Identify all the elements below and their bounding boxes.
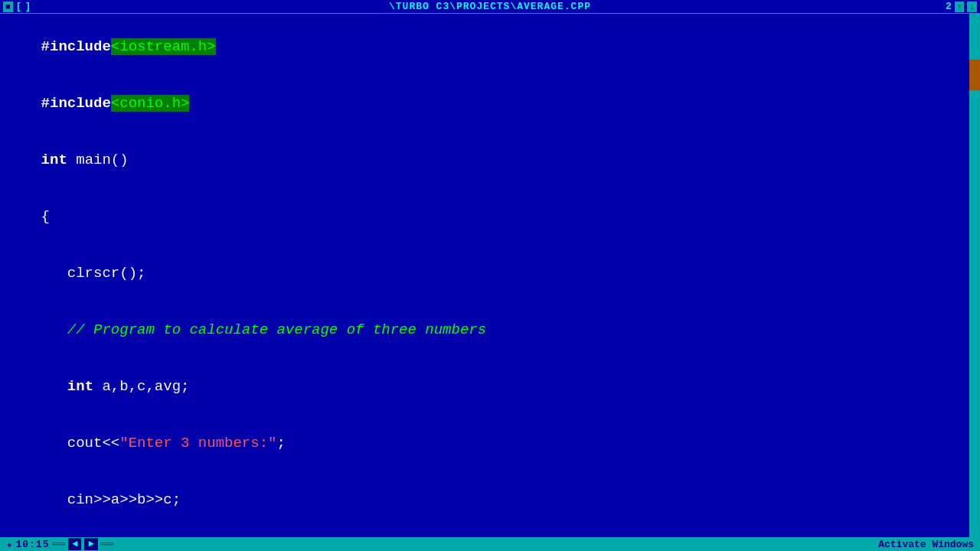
status-left: ✦ 10:15 ══ ◄ ► ══: [6, 538, 113, 551]
code-line-9: cin>>a>>b>>c;: [6, 472, 974, 529]
title-bracket-right: ]: [24, 1, 31, 12]
semicolon-cout: ;: [276, 435, 285, 452]
code-line-4: {: [6, 188, 974, 245]
status-time: 10:15: [15, 539, 49, 550]
nav-right-button[interactable]: ►: [84, 538, 97, 550]
comment-line: // Program to calculate average of three…: [41, 321, 487, 338]
main-text: main(): [67, 152, 129, 168]
editor-area[interactable]: #include<iostream.h> #include<conio.h> i…: [0, 14, 980, 537]
title-right: 2 ↑ ↓: [946, 1, 977, 12]
title-bracket-left: [: [16, 1, 22, 12]
include-keyword-2: #include: [41, 95, 111, 112]
indent-space-8: cout<<: [41, 435, 120, 452]
include-file-2: <conio.h>: [111, 95, 190, 112]
indent-space-7: [41, 378, 67, 395]
title-left: ■ [ ]: [3, 1, 31, 12]
status-dash-left: ══: [52, 538, 65, 550]
window-icon[interactable]: ■: [3, 2, 13, 12]
status-dash-right: ══: [101, 538, 114, 550]
title-filename: \TURBO C3\PROJECTS\AVERAGE.CPP: [389, 1, 591, 12]
scroll-up-icon[interactable]: ↑: [955, 2, 965, 12]
code-line-1: #include<iostream.h>: [6, 18, 974, 75]
title-bar: ■ [ ] \TURBO C3\PROJECTS\AVERAGE.CPP 2 ↑…: [0, 0, 980, 14]
code-line-3: int main(): [6, 132, 974, 188]
var-declaration: a,b,c,avg;: [93, 378, 189, 395]
open-brace: {: [41, 208, 50, 225]
code-line-10: avg=(a+b+c)/3: [6, 529, 974, 537]
scrollbar[interactable]: [969, 14, 980, 537]
include-keyword-1: #include: [41, 38, 111, 55]
activate-windows: Activate Windows: [878, 539, 974, 550]
keyword-int: int: [41, 152, 67, 168]
code-line-7: int a,b,c,avg;: [6, 358, 974, 415]
status-bar: ✦ 10:15 ══ ◄ ► ══ Activate Windows: [0, 537, 980, 551]
scroll-down-icon[interactable]: ↓: [967, 2, 977, 12]
clrscr-call: clrscr();: [41, 265, 146, 282]
cin-line: cin>>a>>b>>c;: [41, 491, 181, 508]
line-number: 2: [946, 1, 952, 12]
code-line-6: // Program to calculate average of three…: [6, 302, 974, 358]
string-literal: "Enter 3 numbers:": [119, 435, 276, 452]
keyword-int-2: int: [67, 378, 93, 395]
code-line-2: #include<conio.h>: [6, 75, 974, 132]
include-file-1: <iostream.h>: [111, 38, 216, 55]
nav-left-button[interactable]: ◄: [68, 538, 81, 550]
code-line-5: clrscr();: [6, 245, 974, 302]
status-star-icon: ✦: [6, 538, 12, 551]
scroll-thumb[interactable]: [969, 60, 980, 90]
code-line-8: cout<<"Enter 3 numbers:";: [6, 415, 974, 471]
